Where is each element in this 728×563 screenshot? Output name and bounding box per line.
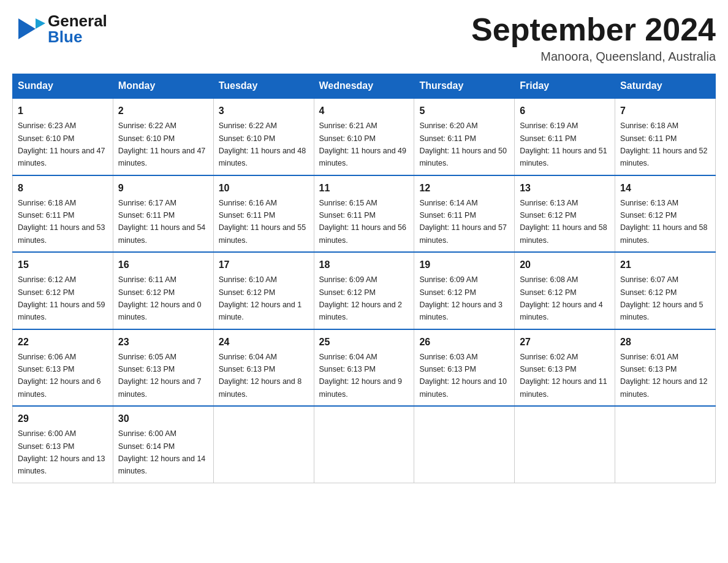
day-info: Sunrise: 6:00 AMSunset: 6:14 PMDaylight:… xyxy=(118,429,205,475)
header: General Blue September 2024 Manoora, Que… xyxy=(12,12,716,64)
day-info: Sunrise: 6:01 AMSunset: 6:13 PMDaylight:… xyxy=(620,353,707,399)
day-info: Sunrise: 6:21 AMSunset: 6:10 PMDaylight:… xyxy=(319,121,406,167)
day-cell-8: 8Sunrise: 6:18 AMSunset: 6:11 PMDaylight… xyxy=(13,175,113,253)
day-info: Sunrise: 6:18 AMSunset: 6:11 PMDaylight:… xyxy=(620,121,707,167)
day-info: Sunrise: 6:23 AMSunset: 6:10 PMDaylight:… xyxy=(18,121,105,167)
day-info: Sunrise: 6:19 AMSunset: 6:11 PMDaylight:… xyxy=(520,121,607,167)
day-number: 30 xyxy=(118,412,208,426)
days-of-week-row: SundayMondayTuesdayWednesdayThursdayFrid… xyxy=(13,74,716,99)
logo-text: General Blue xyxy=(48,13,107,45)
day-number: 11 xyxy=(319,181,409,196)
day-cell-20: 20Sunrise: 6:08 AMSunset: 6:12 PMDayligh… xyxy=(515,252,615,329)
day-number: 15 xyxy=(18,258,108,272)
day-number: 6 xyxy=(520,104,610,118)
day-number: 8 xyxy=(18,181,108,196)
week-row-3: 15Sunrise: 6:12 AMSunset: 6:12 PMDayligh… xyxy=(13,252,716,329)
day-number: 25 xyxy=(319,335,409,350)
day-cell-25: 25Sunrise: 6:04 AMSunset: 6:13 PMDayligh… xyxy=(314,329,414,407)
day-info: Sunrise: 6:13 AMSunset: 6:12 PMDaylight:… xyxy=(620,199,707,245)
day-info: Sunrise: 6:12 AMSunset: 6:12 PMDaylight:… xyxy=(18,275,105,321)
calendar-table: SundayMondayTuesdayWednesdayThursdayFrid… xyxy=(12,74,716,483)
day-number: 9 xyxy=(118,181,208,196)
day-number: 16 xyxy=(118,258,208,272)
day-cell-27: 27Sunrise: 6:02 AMSunset: 6:13 PMDayligh… xyxy=(515,329,615,407)
day-number: 10 xyxy=(219,181,309,196)
day-cell-23: 23Sunrise: 6:05 AMSunset: 6:13 PMDayligh… xyxy=(113,329,213,407)
day-info: Sunrise: 6:08 AMSunset: 6:12 PMDaylight:… xyxy=(520,275,603,321)
col-header-friday: Friday xyxy=(515,74,615,99)
day-info: Sunrise: 6:06 AMSunset: 6:13 PMDaylight:… xyxy=(18,353,101,399)
day-cell-6: 6Sunrise: 6:19 AMSunset: 6:11 PMDaylight… xyxy=(515,98,615,175)
col-header-tuesday: Tuesday xyxy=(213,74,314,99)
day-number: 5 xyxy=(419,104,509,118)
day-cell-16: 16Sunrise: 6:11 AMSunset: 6:12 PMDayligh… xyxy=(113,252,213,329)
day-cell-5: 5Sunrise: 6:20 AMSunset: 6:11 PMDaylight… xyxy=(414,98,515,175)
day-info: Sunrise: 6:04 AMSunset: 6:13 PMDaylight:… xyxy=(319,353,403,399)
day-cell-29: 29Sunrise: 6:00 AMSunset: 6:13 PMDayligh… xyxy=(13,406,113,483)
day-number: 1 xyxy=(18,104,108,118)
day-cell-30: 30Sunrise: 6:00 AMSunset: 6:14 PMDayligh… xyxy=(113,406,213,483)
day-cell-24: 24Sunrise: 6:04 AMSunset: 6:13 PMDayligh… xyxy=(213,329,314,407)
day-cell-22: 22Sunrise: 6:06 AMSunset: 6:13 PMDayligh… xyxy=(13,329,113,407)
day-info: Sunrise: 6:04 AMSunset: 6:13 PMDaylight:… xyxy=(219,353,302,399)
day-cell-4: 4Sunrise: 6:21 AMSunset: 6:10 PMDaylight… xyxy=(314,98,414,175)
logo: General Blue xyxy=(12,12,107,45)
day-number: 17 xyxy=(219,258,309,272)
day-number: 18 xyxy=(319,258,409,272)
day-info: Sunrise: 6:14 AMSunset: 6:11 PMDaylight:… xyxy=(419,199,506,245)
month-title: September 2024 xyxy=(471,12,716,47)
week-row-4: 22Sunrise: 6:06 AMSunset: 6:13 PMDayligh… xyxy=(13,329,716,407)
day-number: 13 xyxy=(520,181,610,196)
day-cell-9: 9Sunrise: 6:17 AMSunset: 6:11 PMDaylight… xyxy=(113,175,213,253)
day-cell-11: 11Sunrise: 6:15 AMSunset: 6:11 PMDayligh… xyxy=(314,175,414,253)
day-cell-13: 13Sunrise: 6:13 AMSunset: 6:12 PMDayligh… xyxy=(515,175,615,253)
day-info: Sunrise: 6:05 AMSunset: 6:13 PMDaylight:… xyxy=(118,353,202,399)
day-cell-26: 26Sunrise: 6:03 AMSunset: 6:13 PMDayligh… xyxy=(414,329,515,407)
day-number: 2 xyxy=(118,104,208,118)
day-info: Sunrise: 6:22 AMSunset: 6:10 PMDaylight:… xyxy=(118,121,205,167)
day-info: Sunrise: 6:13 AMSunset: 6:12 PMDaylight:… xyxy=(520,199,607,245)
empty-cell xyxy=(213,406,314,483)
day-number: 27 xyxy=(520,335,610,350)
day-info: Sunrise: 6:03 AMSunset: 6:13 PMDaylight:… xyxy=(419,353,506,399)
day-info: Sunrise: 6:18 AMSunset: 6:11 PMDaylight:… xyxy=(18,199,105,245)
col-header-wednesday: Wednesday xyxy=(314,74,414,99)
day-info: Sunrise: 6:20 AMSunset: 6:11 PMDaylight:… xyxy=(419,121,506,167)
day-number: 7 xyxy=(620,104,710,118)
col-header-sunday: Sunday xyxy=(13,74,113,99)
title-area: September 2024 Manoora, Queensland, Aust… xyxy=(471,12,716,64)
day-cell-7: 7Sunrise: 6:18 AMSunset: 6:11 PMDaylight… xyxy=(615,98,716,175)
day-cell-15: 15Sunrise: 6:12 AMSunset: 6:12 PMDayligh… xyxy=(13,252,113,329)
day-cell-10: 10Sunrise: 6:16 AMSunset: 6:11 PMDayligh… xyxy=(213,175,314,253)
empty-cell xyxy=(515,406,615,483)
day-cell-18: 18Sunrise: 6:09 AMSunset: 6:12 PMDayligh… xyxy=(314,252,414,329)
day-number: 26 xyxy=(419,335,509,350)
location-title: Manoora, Queensland, Australia xyxy=(471,50,716,64)
day-number: 28 xyxy=(620,335,710,350)
logo-icon xyxy=(12,12,45,45)
day-cell-21: 21Sunrise: 6:07 AMSunset: 6:12 PMDayligh… xyxy=(615,252,716,329)
day-number: 12 xyxy=(419,181,509,196)
day-number: 21 xyxy=(620,258,710,272)
day-info: Sunrise: 6:09 AMSunset: 6:12 PMDaylight:… xyxy=(419,275,502,321)
day-info: Sunrise: 6:11 AMSunset: 6:12 PMDaylight:… xyxy=(118,275,202,321)
day-cell-12: 12Sunrise: 6:14 AMSunset: 6:11 PMDayligh… xyxy=(414,175,515,253)
day-number: 3 xyxy=(219,104,309,118)
week-row-5: 29Sunrise: 6:00 AMSunset: 6:13 PMDayligh… xyxy=(13,406,716,483)
day-cell-3: 3Sunrise: 6:22 AMSunset: 6:10 PMDaylight… xyxy=(213,98,314,175)
day-info: Sunrise: 6:17 AMSunset: 6:11 PMDaylight:… xyxy=(118,199,205,245)
empty-cell xyxy=(414,406,515,483)
day-number: 19 xyxy=(419,258,509,272)
day-info: Sunrise: 6:00 AMSunset: 6:13 PMDaylight:… xyxy=(18,429,105,475)
day-number: 29 xyxy=(18,412,108,426)
week-row-1: 1Sunrise: 6:23 AMSunset: 6:10 PMDaylight… xyxy=(13,98,716,175)
day-number: 24 xyxy=(219,335,309,350)
day-cell-14: 14Sunrise: 6:13 AMSunset: 6:12 PMDayligh… xyxy=(615,175,716,253)
day-info: Sunrise: 6:09 AMSunset: 6:12 PMDaylight:… xyxy=(319,275,403,321)
day-info: Sunrise: 6:10 AMSunset: 6:12 PMDaylight:… xyxy=(219,275,302,321)
day-number: 23 xyxy=(118,335,208,350)
day-cell-17: 17Sunrise: 6:10 AMSunset: 6:12 PMDayligh… xyxy=(213,252,314,329)
day-number: 14 xyxy=(620,181,710,196)
col-header-thursday: Thursday xyxy=(414,74,515,99)
day-cell-1: 1Sunrise: 6:23 AMSunset: 6:10 PMDaylight… xyxy=(13,98,113,175)
